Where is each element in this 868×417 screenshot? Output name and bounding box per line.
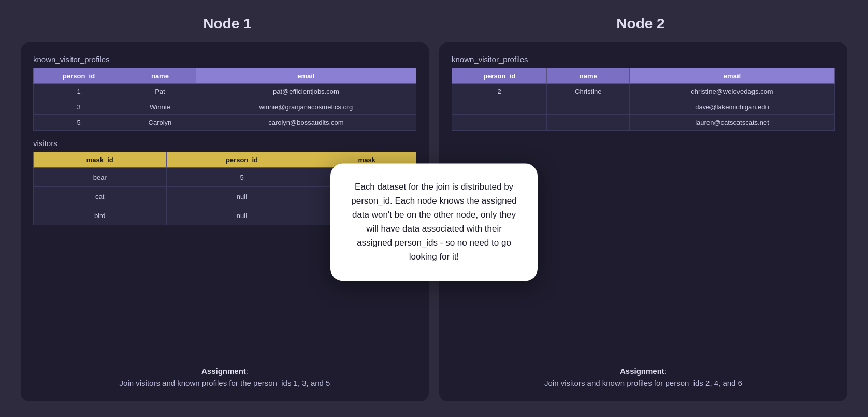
node2-assignment: Assignment: Join visitors and known prof… [452, 355, 835, 389]
node1-assignment: Assignment: Join visitors and known prof… [33, 355, 416, 389]
node1-table1-name: known_visitor_profiles [33, 55, 416, 64]
main-content: known_visitor_profiles person_id name em… [21, 42, 847, 401]
node1-table1: person_id name email 1 Pat pat@efficient… [33, 68, 416, 131]
node1-col-email: email [196, 68, 416, 84]
table-row: 2 Christine christine@welovedags.com [452, 84, 835, 99]
node1-assignment-text: Join visitors and known profiles for the… [120, 379, 330, 387]
node1-col-person-id: person_id [34, 68, 124, 84]
page-title-row: Node 1 Node 2 [21, 16, 847, 32]
node1-title: Node 1 [41, 16, 413, 32]
node1-visitors-col-maskid: mask_id [34, 152, 167, 168]
node2-col-email: email [629, 68, 834, 84]
table-row: 1 Pat pat@efficientjobs.com [34, 84, 416, 99]
table-row: lauren@catscatscats.net [452, 115, 835, 131]
node1-assignment-label: Assignment [201, 367, 246, 376]
node2-assignment-text: Join visitors and known profiles for per… [544, 379, 742, 387]
node1-visitors-col-personid: person_id [166, 152, 317, 168]
node2-table1: person_id name email 2 Christine christi… [452, 68, 835, 131]
node2-col-person-id: person_id [452, 68, 547, 84]
tooltip-text: Each dataset for the join is distributed… [351, 182, 516, 262]
node1-table1-section: known_visitor_profiles person_id name em… [33, 55, 416, 131]
node2-table1-section: known_visitor_profiles person_id name em… [452, 55, 835, 131]
table-row: dave@lakemichigan.edu [452, 99, 835, 115]
node1-table2-name: visitors [33, 139, 416, 148]
node2-assignment-label: Assignment [620, 367, 664, 376]
table-row: 5 Carolyn carolyn@bossaudits.com [34, 115, 416, 131]
node2-col-name: name [547, 68, 630, 84]
node2-table1-name: known_visitor_profiles [452, 55, 835, 64]
node1-col-name: name [124, 68, 196, 84]
table-row: 3 Winnie winnie@granjanacosmetics.org [34, 99, 416, 115]
node2-title: Node 2 [455, 16, 827, 32]
tooltip-overlay: Each dataset for the join is distributed… [330, 163, 538, 281]
